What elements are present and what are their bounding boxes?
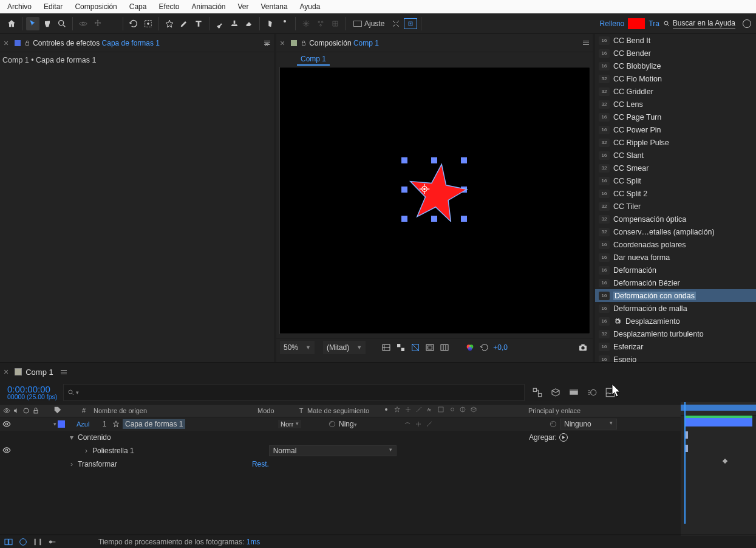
timeline-tracks[interactable] bbox=[681, 402, 756, 536]
switch-fx-icon[interactable]: fx bbox=[426, 406, 436, 416]
eye-col-icon[interactable] bbox=[2, 406, 11, 415]
switch-adjustment-icon[interactable] bbox=[459, 406, 469, 416]
visibility-icon[interactable] bbox=[2, 446, 11, 454]
effect-item[interactable]: 16Coordenadas polares bbox=[595, 238, 756, 251]
layer-mode-combo[interactable]: Norr▾ bbox=[278, 420, 301, 428]
shape-tool[interactable] bbox=[163, 17, 176, 30]
mesh-icon-1[interactable] bbox=[299, 17, 313, 30]
effect-item[interactable]: 16Esferizar bbox=[595, 340, 756, 353]
transform-handle[interactable] bbox=[401, 187, 407, 193]
star-shape[interactable] bbox=[407, 161, 468, 224]
selection-tool[interactable] bbox=[26, 17, 39, 30]
mesh-icon-2[interactable] bbox=[314, 17, 327, 30]
menu-archivo[interactable]: Archivo bbox=[2, 1, 36, 12]
brackets-icon[interactable] bbox=[33, 537, 43, 547]
eraser-tool[interactable] bbox=[242, 17, 256, 30]
adjustment-toggle[interactable]: Ajuste bbox=[350, 18, 388, 29]
blend-combo[interactable]: Normal▾ bbox=[269, 445, 397, 456]
col-num[interactable]: # bbox=[77, 407, 91, 414]
menu-ver[interactable]: Ver bbox=[233, 1, 254, 12]
safe-zones-icon[interactable] bbox=[424, 341, 436, 354]
comp-tab[interactable]: Comp 1 bbox=[297, 53, 330, 66]
switch-collapse-icon[interactable] bbox=[404, 406, 414, 416]
text-tool[interactable] bbox=[192, 17, 205, 30]
collapse-panel-icon[interactable]: » bbox=[265, 39, 269, 48]
menu-capa[interactable]: Capa bbox=[124, 1, 152, 12]
close-timeline-icon[interactable]: × bbox=[4, 367, 9, 377]
layer-twirl-icon[interactable]: ▾ bbox=[53, 421, 56, 427]
layer-visibility-toggle[interactable] bbox=[2, 420, 11, 428]
col-track[interactable]: Mate de seguimiento bbox=[307, 407, 380, 414]
expand-icon[interactable] bbox=[18, 537, 28, 547]
transform-handle[interactable] bbox=[401, 216, 407, 222]
pickwhip-icon[interactable] bbox=[549, 420, 557, 428]
fill-link[interactable]: Relleno bbox=[600, 19, 625, 28]
effect-item[interactable]: 32CC Ripple Pulse bbox=[595, 136, 756, 149]
snapshot-icon[interactable] bbox=[577, 341, 589, 354]
render-icon[interactable] bbox=[567, 386, 581, 399]
zoom-combo[interactable]: 50%▼ bbox=[280, 341, 315, 354]
anchor-point-tool[interactable] bbox=[141, 17, 155, 30]
current-timecode[interactable]: 0:00:00:00 00000 (25.00 fps) bbox=[7, 385, 57, 400]
fill-swatch[interactable] bbox=[628, 18, 645, 29]
info-icon[interactable] bbox=[743, 19, 751, 28]
col-parent[interactable]: Principal y enlace bbox=[526, 407, 617, 414]
timeline-search[interactable]: ▾ bbox=[63, 384, 525, 401]
orbit-tool[interactable] bbox=[77, 17, 90, 30]
close-comp-tab-icon[interactable]: × bbox=[280, 38, 285, 48]
effect-item[interactable]: 32CC Lens bbox=[595, 98, 756, 111]
comp-panel-menu-icon[interactable] bbox=[583, 41, 589, 45]
effect-item[interactable]: 16CC Slant bbox=[595, 149, 756, 162]
effect-item[interactable]: 16CC Blobbylize bbox=[595, 60, 756, 72]
timeline-menu-icon[interactable] bbox=[61, 370, 67, 374]
reset-exposure-icon[interactable] bbox=[478, 341, 491, 354]
switch-motion-blur-icon[interactable] bbox=[448, 406, 458, 416]
effect-item[interactable]: 32Desplazamiento turbulento bbox=[595, 327, 756, 340]
label-col-icon[interactable] bbox=[53, 406, 62, 414]
layer-shy-switch[interactable] bbox=[403, 420, 412, 428]
effect-item[interactable]: 16CC Power Pin bbox=[595, 123, 756, 136]
pen-tool[interactable] bbox=[177, 17, 191, 30]
anchor-point-icon[interactable] bbox=[418, 183, 431, 197]
layer-collapse-switch[interactable] bbox=[414, 420, 423, 428]
effect-item[interactable]: 32CC Griddler bbox=[595, 85, 756, 98]
effect-item[interactable]: 16Deformación con ondas bbox=[595, 289, 756, 302]
polystar-row[interactable]: › Poliestrella 1 Normal▾ bbox=[0, 444, 756, 457]
exposure-value[interactable]: +0,0 bbox=[493, 343, 508, 352]
mesh-icon-3[interactable] bbox=[329, 17, 342, 30]
hand-tool[interactable] bbox=[41, 17, 54, 30]
effect-item[interactable]: 16CC Bender bbox=[595, 47, 756, 60]
col-name[interactable]: Nombre de origen bbox=[91, 407, 257, 414]
toggle-mask-icon[interactable] bbox=[409, 341, 421, 354]
reset-link[interactable]: Rest. bbox=[252, 460, 269, 468]
layer-label[interactable]: Azul bbox=[77, 420, 97, 428]
lock-col-icon[interactable] bbox=[32, 406, 40, 415]
zoom-tool[interactable] bbox=[55, 17, 69, 30]
toggle-transparency-icon[interactable] bbox=[380, 341, 392, 354]
effect-item[interactable]: 16Espejo bbox=[595, 353, 756, 362]
channel-icon[interactable] bbox=[464, 341, 476, 354]
audio-col-icon[interactable] bbox=[12, 406, 21, 415]
resolution-combo[interactable]: (Mitad)▼ bbox=[323, 341, 366, 354]
effect-item[interactable]: 16Deformación Bézier bbox=[595, 276, 756, 289]
comp-panel-name[interactable]: Comp 1 bbox=[353, 39, 379, 47]
switch-shy-icon[interactable] bbox=[383, 406, 392, 416]
draft3d-icon[interactable] bbox=[549, 386, 562, 399]
menu-efecto[interactable]: Efecto bbox=[154, 1, 184, 12]
clone-stamp-tool[interactable] bbox=[228, 17, 241, 30]
snap-expand-icon[interactable] bbox=[389, 17, 403, 30]
effect-item[interactable]: 16Deformación bbox=[595, 264, 756, 276]
composition-viewer[interactable] bbox=[279, 67, 590, 334]
effect-item[interactable]: 32Conserv…etalles (ampliación) bbox=[595, 225, 756, 238]
effect-item[interactable]: 32CC Flo Motion bbox=[595, 72, 756, 85]
menu-ayuda[interactable]: Ayuda bbox=[295, 1, 325, 12]
transform-handle[interactable] bbox=[401, 157, 407, 163]
dolly-tool[interactable] bbox=[106, 17, 119, 30]
menu-editar[interactable]: Editar bbox=[39, 1, 67, 12]
brush-tool[interactable] bbox=[213, 17, 226, 30]
col-t[interactable]: T bbox=[295, 407, 307, 414]
effect-item[interactable]: 16Deformación de malla bbox=[595, 302, 756, 315]
layer-label-color[interactable] bbox=[58, 420, 65, 428]
grid-icon[interactable] bbox=[438, 341, 451, 354]
comp-lock-icon[interactable] bbox=[301, 39, 307, 47]
